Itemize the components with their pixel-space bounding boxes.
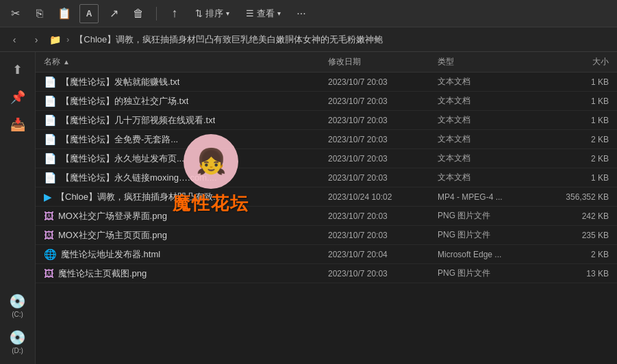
header-date[interactable]: 修改日期 [328,56,438,68]
drive-d-item[interactable]: 💿 (D:) [6,325,29,359]
file-date: 2023/10/7 20:03 [328,96,438,106]
drive-c-label: (C:) [12,311,23,318]
file-name-cell: 📄 【魔性论坛】发帖就能赚钱.txt [44,76,328,88]
file-date: 2023/10/7 20:03 [328,116,438,125]
file-name-text: 【魔性论坛】永久地址发布页... [61,153,184,165]
table-row[interactable]: 📄 【魔性论坛】几十万部视频在线观看.txt 2023/10/7 20:03 文… [36,111,617,130]
file-name-cell: 📄 【魔性论坛】永久链接moxing….com.... [44,172,328,184]
forward-button[interactable]: › [27,31,45,49]
view-icon: ☰ [246,8,254,18]
file-size: 1 KB [540,77,609,87]
drive-d-label: (D:) [12,347,23,354]
file-name-text: 【Chloe】调教，疯狂抽插身材凹凸有致... [56,191,221,203]
nav-pin-button[interactable]: 📌 [4,85,32,109]
file-date: 2023/10/7 20:04 [328,250,438,259]
table-row[interactable]: ▶ 【Chloe】调教，疯狂抽插身材凹凸有致... 2023/10/24 10:… [36,187,617,207]
file-size: 1 KB [540,116,609,125]
header-type[interactable]: 类型 [438,56,540,68]
file-size: 1 KB [540,173,609,183]
file-name-cell: 📄 【魔性论坛】全免费-无套路... [44,133,328,146]
file-date: 2023/10/7 20:03 [328,173,438,183]
sort-button[interactable]: ⇅ 排序 ▾ [190,5,235,23]
file-rows-container: 📄 【魔性论坛】发帖就能赚钱.txt 2023/10/7 20:03 文本文档 … [36,73,617,283]
file-name-cell: 🖼 魔性论坛主页截图.png [44,268,328,280]
file-type-icon: 📄 [44,172,57,184]
drive-c-item[interactable]: 💿 (C:) [6,289,29,322]
nav-up-button[interactable]: ⬆ [4,57,32,82]
file-date: 2023/10/7 20:03 [328,211,438,221]
file-name-cell: 📄 【魔性论坛】几十万部视频在线观看.txt [44,114,328,127]
file-type-icon: 📄 [44,76,57,88]
rename-button[interactable]: A [79,4,99,23]
file-name-cell: 📄 【魔性论坛】的独立社交广场.txt [44,95,328,107]
file-size: 2 KB [540,154,609,164]
file-name-text: 魔性论坛主页截图.png [58,268,147,280]
view-label: 查看 [257,8,275,20]
nav-downloads-button[interactable]: 📥 [4,112,32,137]
file-type: PNG 图片文件 [438,268,540,279]
file-date: 2023/10/7 20:03 [328,77,438,87]
file-size: 2 KB [540,135,609,144]
file-date: 2023/10/7 20:03 [328,231,438,240]
file-type: 文本文档 [438,153,540,164]
file-type-icon: 🖼 [44,268,54,279]
file-name-cell: 📄 【魔性论坛】永久地址发布页... [44,153,328,165]
file-name-text: 【魔性论坛】永久链接moxing….com.... [61,172,217,184]
table-row[interactable]: 📄 【魔性论坛】发帖就能赚钱.txt 2023/10/7 20:03 文本文档 … [36,73,617,92]
main-layout: ⬆ 📌 📥 💿 (C:) 💿 (D:) 👧 魔性花坛 名称 ▲ [0,52,617,364]
file-type-icon: 🌐 [44,248,57,261]
folder-icon: 📁 [49,34,61,45]
file-type: PNG 图片文件 [438,210,540,222]
delete-button[interactable]: 🗑 [129,4,148,23]
file-name-text: 【魔性论坛】的独立社交广场.txt [61,95,188,107]
separator-1 [156,7,157,21]
table-row[interactable]: 📄 【魔性论坛】永久地址发布页... 2023/10/7 20:03 文本文档 … [36,149,617,168]
file-list: 👧 魔性花坛 名称 ▲ 修改日期 类型 大小 📄 【魔性论坛】发帖就能赚钱.tx [36,52,617,364]
copy-button[interactable]: ⎘ [30,4,49,23]
address-bar: ‹ › 📁 › 【Chloe】调教，疯狂抽插身材凹凸有致巨乳绝美白嫩胴体女神的无… [0,27,617,52]
file-type: MP4 - MPEG-4 ... [438,192,540,202]
more-button[interactable]: ··· [292,4,311,23]
file-name-cell: 🖼 MOX社交广场登录界面.png [44,210,328,222]
header-size[interactable]: 大小 [540,56,609,68]
file-date: 2023/10/7 20:03 [328,135,438,144]
drive-d-icon: 💿 [9,329,26,346]
file-size: 235 KB [540,231,609,240]
file-name-text: 【魔性论坛】几十万部视频在线观看.txt [61,114,215,127]
share-button[interactable]: ↗ [104,4,123,23]
file-type-icon: 🖼 [44,210,54,222]
file-type-icon: 📄 [44,95,57,107]
table-row[interactable]: 🖼 MOX社交广场登录界面.png 2023/10/7 20:03 PNG 图片… [36,207,617,226]
file-date: 2023/10/24 10:02 [328,192,438,202]
file-type: 文本文档 [438,133,540,145]
file-size: 13 KB [540,269,609,278]
breadcrumb-separator: › [66,34,69,44]
table-row[interactable]: 🌐 魔性论坛地址发布器.html 2023/10/7 20:04 Microso… [36,245,617,264]
file-type: 文本文档 [438,76,540,88]
table-row[interactable]: 📄 【魔性论坛】全免费-无套路... 2023/10/7 20:03 文本文档 … [36,130,617,149]
header-name[interactable]: 名称 ▲ [44,56,328,68]
breadcrumb-path[interactable]: 【Chloe】调教，疯狂抽插身材凹凸有致巨乳绝美白嫩胴体女神的无毛粉嫩神鲍 [75,34,612,46]
paste-button[interactable]: 📋 [55,4,74,23]
toolbar: ✂ ⎘ 📋 A ↗ 🗑 ↑ ⇅ 排序 ▾ ☰ 查看 ▾ ··· [0,0,617,27]
file-name-text: MOX社交广场主页页面.png [58,229,167,242]
file-type-icon: 📄 [44,133,57,146]
sort-icon: ⇅ [195,8,203,18]
file-name-cell: ▶ 【Chloe】调教，疯狂抽插身材凹凸有致... [44,191,328,203]
file-name-cell: 🖼 MOX社交广场主页页面.png [44,229,328,242]
view-button[interactable]: ☰ 查看 ▾ [240,5,286,23]
file-name-text: 【魔性论坛】全免费-无套路... [61,133,178,146]
sort-chevron: ▾ [226,10,229,17]
file-header: 名称 ▲ 修改日期 类型 大小 [36,52,617,73]
table-row[interactable]: 📄 【魔性论坛】的独立社交广场.txt 2023/10/7 20:03 文本文档… [36,92,617,111]
table-row[interactable]: 📄 【魔性论坛】永久链接moxing….com.... 2023/10/7 20… [36,168,617,187]
file-type-icon: 📄 [44,153,57,165]
table-row[interactable]: 🖼 魔性论坛主页截图.png 2023/10/7 20:03 PNG 图片文件 … [36,264,617,283]
cut-button[interactable]: ✂ [5,4,25,23]
back-button[interactable]: ‹ [5,31,23,49]
file-size: 242 KB [540,211,609,221]
up-dir-button[interactable]: ↑ [165,4,184,23]
file-size: 2 KB [540,250,609,259]
table-row[interactable]: 🖼 MOX社交广场主页页面.png 2023/10/7 20:03 PNG 图片… [36,226,617,245]
file-type: 文本文档 [438,95,540,107]
